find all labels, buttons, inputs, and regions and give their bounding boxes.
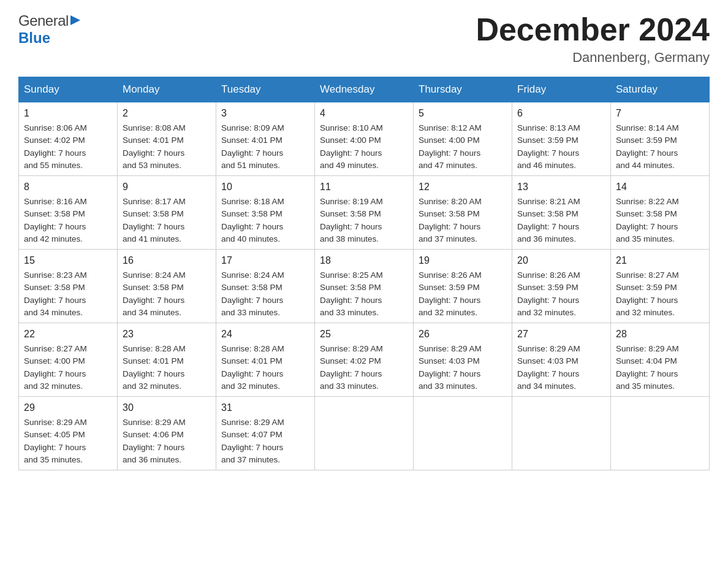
calendar-week-row: 15Sunrise: 8:23 AM Sunset: 3:58 PM Dayli…	[19, 250, 710, 323]
calendar-week-row: 22Sunrise: 8:27 AM Sunset: 4:00 PM Dayli…	[19, 323, 710, 397]
day-number: 30	[123, 400, 211, 415]
calendar-cell	[512, 397, 611, 470]
calendar-cell: 28Sunrise: 8:29 AM Sunset: 4:04 PM Dayli…	[611, 323, 710, 397]
day-number: 29	[24, 400, 112, 415]
calendar-cell: 31Sunrise: 8:29 AM Sunset: 4:07 PM Dayli…	[216, 397, 315, 470]
day-info: Sunrise: 8:29 AM Sunset: 4:02 PM Dayligh…	[320, 344, 383, 391]
day-info: Sunrise: 8:10 AM Sunset: 4:00 PM Dayligh…	[320, 123, 383, 170]
day-number: 25	[320, 327, 408, 342]
day-number: 27	[517, 327, 605, 342]
day-number: 28	[616, 327, 704, 342]
calendar-cell: 6Sunrise: 8:13 AM Sunset: 3:59 PM Daylig…	[512, 102, 611, 176]
day-number: 18	[320, 253, 408, 268]
day-info: Sunrise: 8:13 AM Sunset: 3:59 PM Dayligh…	[517, 123, 580, 170]
day-info: Sunrise: 8:28 AM Sunset: 4:01 PM Dayligh…	[221, 344, 284, 391]
day-info: Sunrise: 8:27 AM Sunset: 4:00 PM Dayligh…	[24, 344, 87, 391]
calendar-cell: 14Sunrise: 8:22 AM Sunset: 3:58 PM Dayli…	[611, 176, 710, 250]
calendar-cell	[611, 397, 710, 470]
logo-general-text: General	[18, 12, 69, 29]
calendar-cell: 26Sunrise: 8:29 AM Sunset: 4:03 PM Dayli…	[414, 323, 512, 397]
page-header: General Blue December 2024 Dannenberg, G…	[18, 12, 710, 66]
day-number: 22	[24, 327, 112, 342]
calendar-cell: 18Sunrise: 8:25 AM Sunset: 3:58 PM Dayli…	[315, 250, 414, 323]
day-number: 21	[616, 253, 704, 268]
calendar-cell: 3Sunrise: 8:09 AM Sunset: 4:01 PM Daylig…	[216, 102, 315, 176]
calendar-header: Sunday Monday Tuesday Wednesday Thursday…	[19, 77, 710, 102]
calendar-cell: 2Sunrise: 8:08 AM Sunset: 4:01 PM Daylig…	[118, 102, 216, 176]
day-number: 4	[320, 106, 408, 121]
day-number: 8	[24, 180, 112, 194]
day-number: 13	[517, 180, 605, 194]
day-info: Sunrise: 8:16 AM Sunset: 3:58 PM Dayligh…	[24, 197, 87, 243]
calendar-cell: 15Sunrise: 8:23 AM Sunset: 3:58 PM Dayli…	[19, 250, 118, 323]
day-info: Sunrise: 8:28 AM Sunset: 4:01 PM Dayligh…	[123, 344, 186, 391]
day-info: Sunrise: 8:23 AM Sunset: 3:58 PM Dayligh…	[24, 270, 87, 317]
calendar-week-row: 1Sunrise: 8:06 AM Sunset: 4:02 PM Daylig…	[19, 102, 710, 176]
day-number: 19	[419, 253, 507, 268]
logo-blue-text: Blue	[18, 29, 50, 46]
calendar-cell: 1Sunrise: 8:06 AM Sunset: 4:02 PM Daylig…	[19, 102, 118, 176]
day-info: Sunrise: 8:19 AM Sunset: 3:58 PM Dayligh…	[320, 197, 383, 243]
header-sunday: Sunday	[19, 77, 118, 102]
header-saturday: Saturday	[611, 77, 710, 102]
day-info: Sunrise: 8:24 AM Sunset: 3:58 PM Dayligh…	[221, 270, 284, 317]
calendar-week-row: 8Sunrise: 8:16 AM Sunset: 3:58 PM Daylig…	[19, 176, 710, 250]
day-number: 15	[24, 253, 112, 268]
day-number: 7	[616, 106, 704, 121]
header-wednesday: Wednesday	[315, 77, 414, 102]
calendar-cell: 16Sunrise: 8:24 AM Sunset: 3:58 PM Dayli…	[118, 250, 216, 323]
calendar-cell: 17Sunrise: 8:24 AM Sunset: 3:58 PM Dayli…	[216, 250, 315, 323]
day-number: 3	[221, 106, 309, 121]
day-number: 10	[221, 180, 309, 194]
day-number: 26	[419, 327, 507, 342]
calendar-body: 1Sunrise: 8:06 AM Sunset: 4:02 PM Daylig…	[19, 102, 710, 470]
calendar-cell: 23Sunrise: 8:28 AM Sunset: 4:01 PM Dayli…	[118, 323, 216, 397]
day-number: 24	[221, 327, 309, 342]
calendar-cell: 20Sunrise: 8:26 AM Sunset: 3:59 PM Dayli…	[512, 250, 611, 323]
day-number: 23	[123, 327, 211, 342]
calendar-table: Sunday Monday Tuesday Wednesday Thursday…	[18, 77, 710, 470]
day-info: Sunrise: 8:29 AM Sunset: 4:04 PM Dayligh…	[616, 344, 679, 391]
svg-marker-0	[70, 15, 80, 25]
day-info: Sunrise: 8:21 AM Sunset: 3:58 PM Dayligh…	[517, 197, 580, 243]
calendar-cell: 19Sunrise: 8:26 AM Sunset: 3:59 PM Dayli…	[414, 250, 512, 323]
calendar-cell: 13Sunrise: 8:21 AM Sunset: 3:58 PM Dayli…	[512, 176, 611, 250]
day-info: Sunrise: 8:25 AM Sunset: 3:58 PM Dayligh…	[320, 270, 383, 317]
day-info: Sunrise: 8:29 AM Sunset: 4:07 PM Dayligh…	[221, 418, 284, 464]
day-number: 11	[320, 180, 408, 194]
day-number: 12	[419, 180, 507, 194]
header-friday: Friday	[512, 77, 611, 102]
header-row: Sunday Monday Tuesday Wednesday Thursday…	[19, 77, 710, 102]
calendar-cell: 10Sunrise: 8:18 AM Sunset: 3:58 PM Dayli…	[216, 176, 315, 250]
title-section: December 2024 Dannenberg, Germany	[476, 12, 710, 66]
day-info: Sunrise: 8:22 AM Sunset: 3:58 PM Dayligh…	[616, 197, 679, 243]
calendar-cell: 8Sunrise: 8:16 AM Sunset: 3:58 PM Daylig…	[19, 176, 118, 250]
day-number: 9	[123, 180, 211, 194]
calendar-cell: 27Sunrise: 8:29 AM Sunset: 4:03 PM Dayli…	[512, 323, 611, 397]
calendar-cell: 29Sunrise: 8:29 AM Sunset: 4:05 PM Dayli…	[19, 397, 118, 470]
header-monday: Monday	[118, 77, 216, 102]
day-number: 17	[221, 253, 309, 268]
day-info: Sunrise: 8:06 AM Sunset: 4:02 PM Dayligh…	[24, 123, 87, 170]
calendar-cell: 9Sunrise: 8:17 AM Sunset: 3:58 PM Daylig…	[118, 176, 216, 250]
day-info: Sunrise: 8:20 AM Sunset: 3:58 PM Dayligh…	[419, 197, 482, 243]
day-number: 14	[616, 180, 704, 194]
calendar-cell: 5Sunrise: 8:12 AM Sunset: 4:00 PM Daylig…	[414, 102, 512, 176]
calendar-cell: 30Sunrise: 8:29 AM Sunset: 4:06 PM Dayli…	[118, 397, 216, 470]
day-number: 5	[419, 106, 507, 121]
day-number: 1	[24, 106, 112, 121]
calendar-cell: 24Sunrise: 8:28 AM Sunset: 4:01 PM Dayli…	[216, 323, 315, 397]
day-info: Sunrise: 8:24 AM Sunset: 3:58 PM Dayligh…	[123, 270, 186, 317]
day-info: Sunrise: 8:12 AM Sunset: 4:00 PM Dayligh…	[419, 123, 482, 170]
logo: General Blue	[18, 12, 80, 47]
day-info: Sunrise: 8:29 AM Sunset: 4:03 PM Dayligh…	[517, 344, 580, 391]
header-tuesday: Tuesday	[216, 77, 315, 102]
calendar-cell	[315, 397, 414, 470]
day-info: Sunrise: 8:17 AM Sunset: 3:58 PM Dayligh…	[123, 197, 186, 243]
day-info: Sunrise: 8:29 AM Sunset: 4:05 PM Dayligh…	[24, 418, 87, 464]
day-number: 31	[221, 400, 309, 415]
day-info: Sunrise: 8:26 AM Sunset: 3:59 PM Dayligh…	[517, 270, 580, 317]
day-info: Sunrise: 8:27 AM Sunset: 3:59 PM Dayligh…	[616, 270, 679, 317]
day-number: 6	[517, 106, 605, 121]
logo-arrow-icon	[70, 14, 80, 29]
